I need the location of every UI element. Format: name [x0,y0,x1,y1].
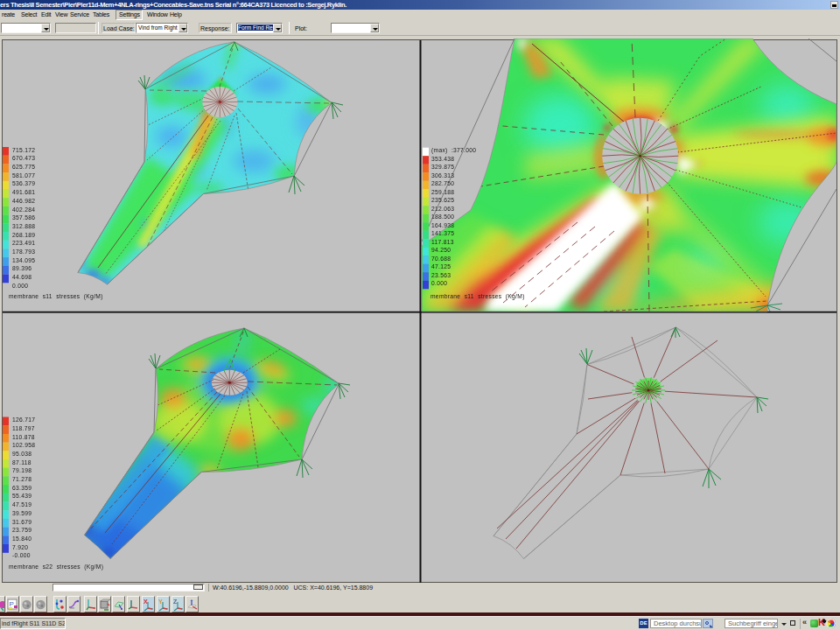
svg-text:536.379: 536.379 [12,180,35,186]
svg-text:110.878: 110.878 [12,434,35,440]
svg-text:(max) :377.000: (max) :377.000 [431,147,476,154]
svg-text:31.679: 31.679 [12,519,32,525]
svg-text:357.586: 357.586 [12,214,35,220]
svg-text:259.188: 259.188 [431,189,454,195]
svg-text:715.172: 715.172 [12,147,35,153]
svg-text:268.189: 268.189 [12,232,35,238]
svg-text:188.500: 188.500 [431,214,454,220]
svg-text:178.793: 178.793 [12,248,35,255]
svg-text:membrane s11 stresses (Kg/M: membrane s11 stresses (Kg/M) [430,293,525,300]
svg-text:7.920: 7.920 [12,544,28,550]
svg-text:39.599: 39.599 [12,510,32,516]
svg-text:23.759: 23.759 [12,527,32,533]
svg-text:353.438: 353.438 [431,156,454,162]
svg-text:Z: Z [173,598,178,605]
svg-text:23.563: 23.563 [431,272,451,278]
svg-text:625.775: 625.775 [12,164,35,170]
svg-text:126.717: 126.717 [12,416,35,423]
svg-text:membrane s22 stresses (Kg/M: membrane s22 stresses (Kg/M) [9,564,103,570]
svg-text:44.698: 44.698 [12,274,32,280]
svg-text:47.125: 47.125 [431,263,451,270]
svg-text:118.797: 118.797 [12,425,35,431]
svg-text:79.198: 79.198 [12,467,32,473]
svg-text:0.000: 0.000 [12,283,28,289]
svg-text:71.278: 71.278 [12,476,32,482]
svg-text:-0.000: -0.000 [12,552,31,558]
svg-text:164.938: 164.938 [431,222,454,228]
svg-text:306.313: 306.313 [431,172,454,178]
svg-text:X: X [144,598,148,605]
svg-text:63.359: 63.359 [12,485,32,491]
svg-text:94.250: 94.250 [431,247,451,253]
svg-text:mn: mn [70,606,74,610]
svg-text:282.750: 282.750 [431,180,454,186]
svg-text:212.063: 212.063 [431,206,454,212]
svg-text:89.396: 89.396 [12,265,32,271]
svg-text:47.519: 47.519 [12,501,32,508]
svg-text:491.681: 491.681 [12,189,35,195]
svg-text:15.840: 15.840 [12,536,32,542]
svg-text:102.958: 102.958 [12,442,35,448]
svg-text:70.688: 70.688 [431,256,451,262]
svg-text:235.625: 235.625 [431,197,454,203]
svg-text:55.439: 55.439 [12,493,32,499]
svg-text:membrane s11 stresses (Kg/M: membrane s11 stresses (Kg/M) [9,293,103,300]
svg-text:117.813: 117.813 [431,239,454,245]
svg-text:670.473: 670.473 [12,155,35,161]
svg-text:402.284: 402.284 [12,206,35,213]
svg-text:P: P [10,600,14,608]
svg-text:223.491: 223.491 [12,240,35,246]
svg-text:95.038: 95.038 [12,451,32,457]
svg-text:141.375: 141.375 [431,230,454,236]
svg-text:329.875: 329.875 [431,164,454,170]
svg-text:87.118: 87.118 [12,459,32,466]
svg-text:0.000: 0.000 [431,280,447,286]
svg-text:312.888: 312.888 [12,223,35,229]
svg-text:Y: Y [158,598,163,605]
svg-text:581.077: 581.077 [12,172,35,178]
svg-text:446.982: 446.982 [12,198,35,204]
svg-text:134.095: 134.095 [12,257,35,263]
